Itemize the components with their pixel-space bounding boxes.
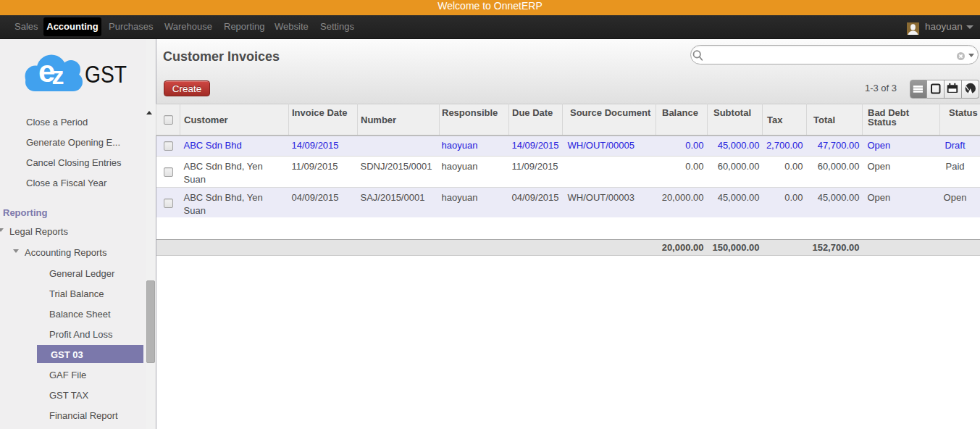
svg-text:z: z	[52, 62, 64, 89]
svg-text:GST: GST	[85, 60, 127, 88]
